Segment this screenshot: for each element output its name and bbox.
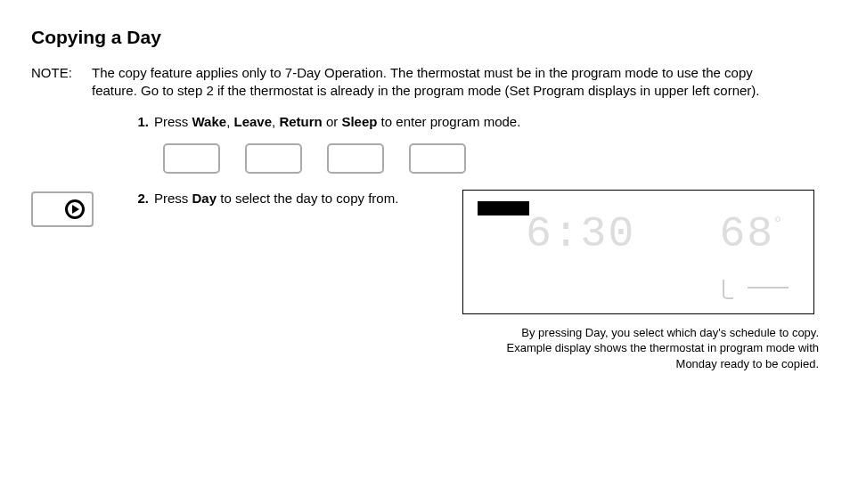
note-row: NOTE: The copy feature applies only to 7… — [31, 64, 819, 101]
sep1: , — [226, 114, 233, 129]
caption-line-1: By pressing Day, you select which day's … — [462, 325, 819, 341]
display-underline — [748, 287, 789, 289]
set-program-indicator — [478, 201, 529, 215]
caption-line-3: Monday ready to be copied. — [462, 356, 819, 372]
display-time: 6:30 — [526, 210, 635, 258]
return-keyword: Return — [279, 114, 322, 129]
program-buttons-row — [163, 143, 819, 174]
display-caption: By pressing Day, you select which day's … — [462, 325, 819, 372]
page-heading: Copying a Day — [31, 27, 819, 48]
play-icon — [65, 199, 85, 219]
step-2-pre: Press — [154, 191, 192, 206]
step-2-text: Press Day to select the day to copy from… — [154, 190, 462, 207]
return-button-graphic — [327, 143, 384, 174]
note-label: NOTE: — [31, 64, 92, 101]
note-body: The copy feature applies only to 7-Day O… — [92, 64, 819, 101]
sleep-button-graphic — [409, 143, 466, 174]
step-1-pre: Press — [154, 114, 192, 129]
day-keyword: Day — [192, 191, 217, 206]
leave-button-graphic — [245, 143, 302, 174]
wake-keyword: Wake — [192, 114, 227, 129]
sleep-keyword: Sleep — [341, 114, 377, 129]
step-2-post: to select the day to copy from. — [217, 191, 398, 206]
degree-symbol: ° — [772, 214, 785, 234]
thermostat-display: 6:30 68° — [462, 190, 814, 314]
leave-keyword: Leave — [234, 114, 273, 129]
display-mark-icon — [723, 280, 733, 299]
display-temperature: 68° — [719, 210, 787, 258]
wake-button-graphic — [163, 143, 220, 174]
temp-value: 68 — [719, 210, 774, 258]
step-2: 2. Press Day to select the day to copy f… — [129, 190, 462, 207]
step-1-text: Press Wake, Leave, Return or Sleep to en… — [154, 113, 819, 131]
step-1-post: to enter program mode. — [377, 114, 520, 129]
step-1-number: 1. — [129, 113, 154, 131]
sep3: or — [323, 114, 342, 129]
step-2-number: 2. — [129, 190, 154, 207]
caption-line-2: Example display shows the thermostat in … — [462, 340, 819, 356]
day-button-graphic — [31, 191, 94, 227]
step-1: 1. Press Wake, Leave, Return or Sleep to… — [129, 113, 819, 131]
